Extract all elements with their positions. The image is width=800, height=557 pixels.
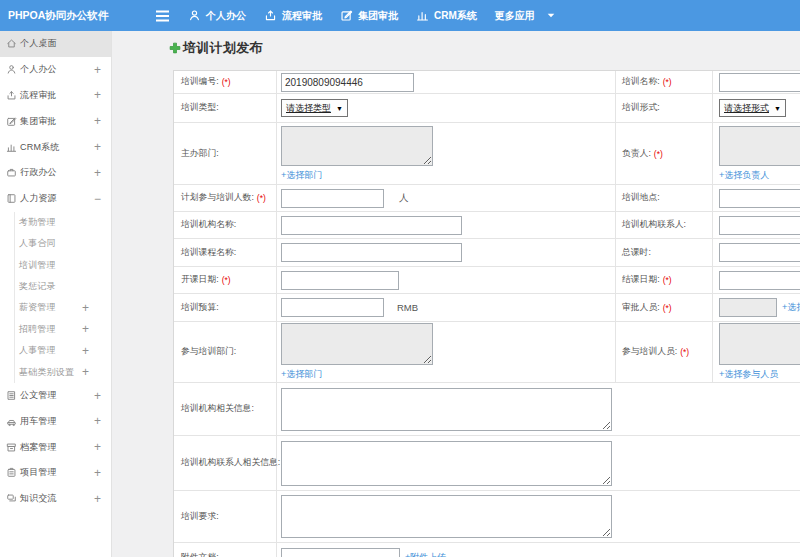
- field-label: 培训机构相关信息:: [181, 403, 254, 415]
- flow-icon: [264, 9, 277, 22]
- participating-people-picker-link[interactable]: +选择参与人员: [719, 368, 778, 381]
- book-icon: [6, 193, 17, 204]
- form-row: 培训预算:RMB审批人员:(*)+选择审批人员: [174, 294, 800, 322]
- sidebar-item-group-approval[interactable]: 集团审批+: [0, 108, 111, 134]
- training-form-select[interactable]: 请选择形式▼: [719, 99, 786, 117]
- attachment-picker-link[interactable]: +附件上传: [405, 551, 446, 557]
- training-type-select[interactable]: 请选择类型▼: [281, 99, 348, 117]
- sidebar-item-archive-mgmt[interactable]: 档案管理+: [0, 434, 111, 460]
- sidebar-item-knowledge-exchange[interactable]: 知识交流+: [0, 486, 111, 512]
- sidebar-item-attendance-mgmt[interactable]: 考勤管理: [0, 212, 111, 233]
- participating-people-textarea[interactable]: [719, 323, 800, 365]
- training-type-field-cell: 请选择类型▼: [277, 94, 616, 123]
- training-org-info-field-cell: [277, 383, 800, 436]
- sidebar-item-base-category-settings[interactable]: 基础类别设置+: [0, 361, 111, 382]
- form-row: 附件文档:+附件上传: [174, 543, 800, 557]
- expand-icon[interactable]: +: [94, 492, 101, 506]
- expand-icon[interactable]: +: [94, 114, 101, 128]
- topnav-item-group-approval[interactable]: 集团审批: [340, 9, 398, 23]
- training-budget-field-cell: RMB: [277, 294, 616, 322]
- expand-icon[interactable]: +: [94, 466, 101, 480]
- training-code-input[interactable]: [281, 73, 414, 92]
- expand-icon[interactable]: +: [82, 301, 89, 315]
- field-suffix: 人: [399, 192, 409, 205]
- sidebar-item-crm-system[interactable]: CRM系统+: [0, 134, 111, 160]
- sidebar-item-hr-contract[interactable]: 人事合同: [0, 233, 111, 254]
- host-department-textarea[interactable]: [281, 126, 433, 166]
- sidebar-item-process-approval[interactable]: 流程审批+: [0, 83, 111, 109]
- planned-participant-count-label-cell: 计划参与培训人数:(*): [174, 185, 277, 212]
- menu-toggle-icon[interactable]: [155, 10, 170, 22]
- leader-picker-link[interactable]: +选择负责人: [719, 169, 769, 182]
- expand-icon[interactable]: +: [82, 344, 89, 358]
- field-label: 主办部门:: [181, 148, 219, 160]
- host-department-picker-link[interactable]: +选择部门: [281, 169, 322, 182]
- sidebar-item-admin-office[interactable]: 行政办公+: [0, 160, 111, 186]
- approver-field-cell: +选择审批人员: [713, 294, 800, 322]
- topnav-item-crm-system[interactable]: CRM系统: [416, 9, 477, 23]
- expand-icon[interactable]: +: [82, 322, 89, 336]
- required-mark: (*): [222, 275, 231, 285]
- planned-participant-count-input[interactable]: [281, 189, 384, 208]
- training-budget-input[interactable]: [281, 298, 384, 317]
- sidebar-item-reward-punish-record[interactable]: 奖惩记录: [0, 276, 111, 297]
- sidebar-item-label: 人事合同: [19, 237, 56, 250]
- sidebar-item-label: 公文管理: [20, 389, 57, 402]
- topnav-label: 个人办公: [206, 9, 246, 23]
- expand-icon[interactable]: +: [94, 88, 101, 102]
- topnav-item-more-apps[interactable]: 更多应用: [495, 9, 555, 23]
- sidebar-item-training-mgmt[interactable]: 培训管理: [0, 254, 111, 275]
- sidebar-item-project-mgmt[interactable]: 项目管理+: [0, 460, 111, 486]
- approver-input[interactable]: [719, 298, 777, 317]
- chart-icon: [6, 142, 17, 153]
- expand-icon[interactable]: +: [94, 166, 101, 180]
- form-row: 培训要求:: [174, 491, 800, 543]
- host-department-field-cell: +选择部门: [277, 123, 616, 185]
- field-suffix: RMB: [397, 302, 418, 313]
- chevron-down-icon: [547, 13, 555, 18]
- attachment-label-cell: 附件文档:: [174, 543, 277, 557]
- topnav-item-personal-office[interactable]: 个人办公: [188, 9, 246, 23]
- training-location-input[interactable]: [719, 189, 800, 208]
- end-date-field-cell: [713, 267, 800, 294]
- training-org-contact-info-textarea[interactable]: [281, 441, 612, 486]
- field-label: 培训预算:: [181, 302, 219, 314]
- topnav-item-process-approval[interactable]: 流程审批: [264, 9, 322, 23]
- expand-icon[interactable]: +: [94, 414, 101, 428]
- training-org-info-label-cell: 培训机构相关信息:: [174, 383, 277, 436]
- expand-icon[interactable]: +: [94, 63, 101, 77]
- training-org-contact-input[interactable]: [719, 216, 800, 235]
- sidebar-item-salary-mgmt[interactable]: 薪资管理+: [0, 297, 111, 318]
- sidebar-item-recruit-mgmt[interactable]: 招聘管理+: [0, 319, 111, 340]
- field-label: 参与培训人员:: [622, 346, 677, 358]
- attachment-input[interactable]: [281, 548, 400, 557]
- sidebar-item-document-mgmt[interactable]: 公文管理+: [0, 383, 111, 409]
- training-org-name-input[interactable]: [281, 216, 462, 235]
- total-class-hours-input[interactable]: [719, 243, 800, 262]
- participating-departments-field-cell: +选择部门: [277, 322, 616, 383]
- training-name-input[interactable]: [719, 73, 800, 92]
- approver-picker-link[interactable]: +选择审批人员: [782, 301, 800, 314]
- leader-textarea[interactable]: [719, 126, 800, 166]
- sidebar-item-human-resources[interactable]: 人力资源−: [0, 186, 111, 212]
- sidebar-item-vehicle-mgmt[interactable]: 用车管理+: [0, 409, 111, 435]
- sidebar-item-personnel-mgmt[interactable]: 人事管理+: [0, 340, 111, 361]
- expand-icon[interactable]: +: [94, 440, 101, 454]
- training-requirements-textarea[interactable]: [281, 495, 612, 538]
- sidebar-item-personal-office[interactable]: 个人办公+: [0, 57, 111, 83]
- expand-icon[interactable]: +: [82, 365, 89, 379]
- archive-icon: [6, 442, 17, 453]
- training-requirements-label-cell: 培训要求:: [174, 491, 277, 543]
- participating-departments-textarea[interactable]: [281, 323, 433, 365]
- expand-icon[interactable]: −: [94, 192, 101, 206]
- end-date-input[interactable]: [719, 271, 800, 290]
- sidebar-item-label: 集团审批: [20, 115, 57, 128]
- training-course-name-input[interactable]: [281, 243, 462, 262]
- training-org-info-textarea[interactable]: [281, 388, 612, 431]
- expand-icon[interactable]: +: [94, 140, 101, 154]
- start-date-input[interactable]: [281, 271, 399, 290]
- expand-icon[interactable]: +: [94, 389, 101, 403]
- participating-departments-picker-link[interactable]: +选择部门: [281, 368, 322, 381]
- sidebar-item-personal-desktop[interactable]: 个人桌面: [0, 31, 111, 57]
- required-mark: (*): [257, 193, 266, 203]
